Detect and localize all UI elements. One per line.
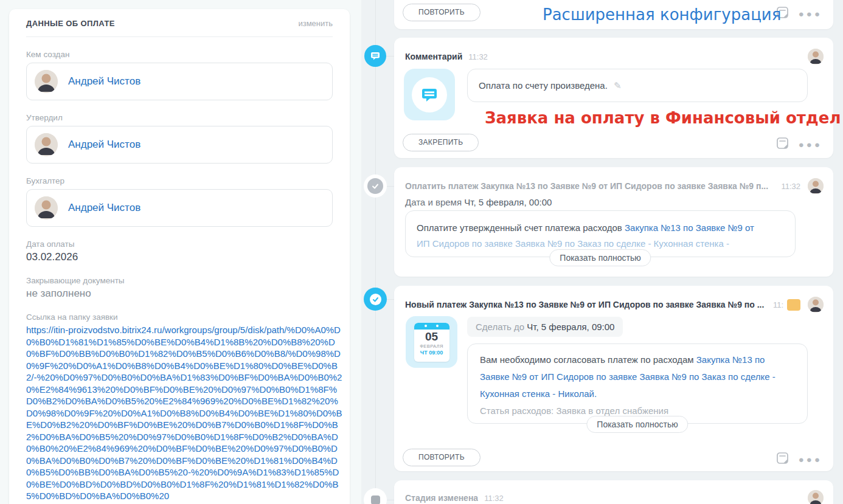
panel-title: ДАННЫЕ ОБ ОПЛАТЕ (26, 19, 115, 28)
stage-marker (364, 488, 387, 504)
task-active-marker (364, 288, 387, 311)
avatar (35, 70, 58, 93)
chat-bubble-icon (369, 50, 381, 62)
calendar-month: ФЕВРАЛЯ (414, 343, 449, 349)
more-menu-icon[interactable]: ●●● (799, 9, 822, 19)
pin-button[interactable]: ЗАКРЕПИТЬ (403, 134, 479, 151)
payment-data-panel: ДАННЫЕ ОБ ОПЛАТЕ изменить Кем создан Анд… (9, 9, 350, 504)
calendar-card: 05 ФЕВРАЛЯ ЧТ 09:00 (414, 323, 449, 362)
feed-card-pay-task: Оплатить платеж Закупка №13 по Заявке №9… (394, 167, 833, 277)
annotation-red-label: Заявка на оплату в Финансовый отдел (485, 109, 841, 127)
more-menu-icon[interactable]: ●●● (799, 454, 822, 464)
field-label: Закрывающие документы (26, 276, 333, 285)
edit-pencil-icon[interactable]: ✎ (614, 80, 622, 91)
timestamp: 11:32 (468, 52, 488, 61)
card-title: Оплатить платеж Закупка №13 по Заявке №9… (405, 181, 775, 191)
datetime-line: Дата и время Чт, 5 февраля, 00:00 (405, 197, 552, 207)
avatar (808, 49, 824, 64)
avatar (35, 133, 58, 156)
payment-text: Вам необходимо согласовать платеж по рас… (480, 354, 696, 365)
task-done-marker (364, 174, 387, 198)
person-box-created-by[interactable]: Андрей Чистов (26, 63, 333, 100)
datetime-value: Чт, 5 февраля, 00:00 (464, 197, 552, 207)
timestamp: 11:32 (781, 182, 800, 191)
comment-type-icon (404, 69, 455, 120)
payment-body-bubble: Вам необходимо согласовать платеж по рас… (467, 343, 808, 424)
field-created-by: Кем создан Андрей Чистов (26, 50, 333, 100)
calendar-weekday-time: ЧТ 09:00 (414, 350, 449, 356)
field-label: Ссылка на папку заявки (26, 312, 333, 322)
person-link[interactable]: Андрей Чистов (68, 139, 140, 151)
folder-link[interactable]: https://itin-proizvodstvo.bitrix24.ru/wo… (26, 324, 342, 502)
highlight-badge (787, 299, 800, 311)
comment-icon-circle (412, 77, 447, 112)
field-approved-by: Утвердил Андрей Чистов (26, 113, 333, 164)
field-accountant: Бухгалтер Андрей Чистов (26, 176, 333, 227)
timestamp: 11: (773, 300, 783, 309)
timestamp: 11:32 (484, 494, 504, 503)
card-title: Комментарий (405, 52, 462, 61)
task-body-wrap: Оплатите утвержденный счет платежа расхо… (405, 210, 796, 257)
comment-text: Оплата по счету произведена. (479, 80, 608, 91)
more-menu-icon[interactable]: ●●● (799, 139, 822, 150)
show-more-button[interactable]: Показать полностью (586, 416, 688, 433)
field-label: Кем создан (26, 50, 333, 59)
check-icon (370, 294, 381, 305)
calendar-strip (414, 323, 449, 330)
stage-icon (371, 495, 380, 504)
person-link[interactable]: Андрей Чистов (68, 202, 140, 214)
due-box: Сделать до Чт, 5 февраля, 09:00 (467, 317, 623, 337)
payment-body-wrap: Вам необходимо согласовать платеж по рас… (467, 343, 808, 424)
show-more-button[interactable]: Показать полностью (549, 249, 651, 266)
person-link[interactable]: Андрей Чистов (68, 75, 140, 88)
task-link[interactable]: Закупка №13 по Заявке №9 от (625, 223, 754, 233)
comment-bubble: Оплата по счету произведена. ✎ (467, 69, 808, 102)
due-value: Чт, 5 февраля, 09:00 (527, 322, 614, 332)
avatar (808, 297, 824, 312)
avatar (35, 196, 58, 219)
person-box-approved-by[interactable]: Андрей Чистов (26, 126, 333, 164)
avatar (808, 178, 824, 194)
check-icon (367, 178, 383, 194)
annotation-blue-label: Расширенная конфигурация (543, 5, 781, 24)
repeat-button[interactable]: ПОВТОРИТЬ (403, 4, 480, 21)
due-label: Сделать до (476, 322, 527, 332)
card-title: Новый платеж Закупка №13 по Заявке №9 от… (405, 300, 767, 309)
datetime-label: Дата и время (405, 197, 464, 207)
field-label: Бухгалтер (26, 176, 333, 185)
edit-link[interactable]: изменить (298, 19, 333, 28)
feed-card-stage: Стадия изменена 11:32 (394, 480, 833, 504)
chat-bubble-icon (419, 85, 440, 105)
note-icon[interactable] (776, 452, 789, 467)
panel-header: ДАННЫЕ ОБ ОПЛАТЕ изменить (26, 19, 333, 28)
field-label: Утвердил (26, 113, 333, 122)
timeline-feed: ПОВТОРИТЬ ●●● Комментарий 11:32 Оплата п… (361, 0, 843, 504)
task-text-faded: ИП Сидоров по заявке Заявка №9 по Заказ … (417, 238, 729, 249)
field-folder-link: Ссылка на папку заявки https://itin-proi… (26, 312, 333, 502)
field-closing-docs: Закрывающие документы не заполнено (26, 276, 333, 300)
feed-card-new-payment: Новый платеж Закупка №13 по Заявке №9 от… (394, 286, 833, 471)
repeat-button[interactable]: ПОВТОРИТЬ (403, 449, 480, 466)
panel-divider (26, 36, 333, 37)
calendar-day: 05 (414, 330, 449, 343)
payment-date-value: 03.02.2026 (26, 251, 333, 263)
timeline-line (375, 0, 376, 504)
person-box-accountant[interactable]: Андрей Чистов (26, 189, 333, 227)
field-label: Дата оплаты (26, 240, 333, 249)
avatar (808, 490, 824, 504)
field-payment-date: Дата оплаты 03.02.2026 (26, 240, 333, 263)
note-icon[interactable] (776, 137, 789, 152)
task-text: Оплатите утвержденный счет платежа расхо… (417, 223, 625, 233)
comment-marker-icon (364, 45, 386, 67)
closing-docs-value: не заполнено (26, 288, 333, 300)
feed-card-comment: Комментарий 11:32 Оплата по счету произв… (394, 38, 833, 158)
calendar-icon: 05 ФЕВРАЛЯ ЧТ 09:00 (406, 316, 457, 368)
card-title: Стадия изменена (405, 493, 478, 503)
